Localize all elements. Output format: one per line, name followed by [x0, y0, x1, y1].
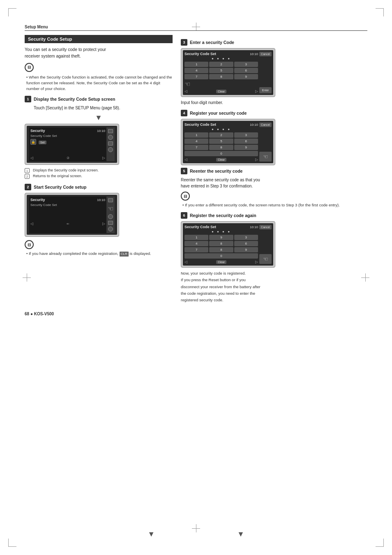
key-6-9[interactable]: 9: [234, 247, 258, 252]
security-icon: 🔒: [30, 139, 36, 145]
sidebar-icon-7: [108, 221, 113, 225]
screen-title-2: Security: [30, 198, 45, 202]
enter-button-4[interactable]: ☜: [259, 152, 272, 162]
volume-icon-3: ◁: [184, 89, 187, 93]
numpad-screen-title-4: Security Code Set: [184, 123, 216, 127]
bottom-arrow-left: ▼: [148, 530, 155, 539]
note-block-3: ⊟: [181, 192, 367, 201]
screen-time-2: 10:10: [97, 198, 105, 202]
sidebar-icon-4: [108, 147, 113, 152]
numpad-dots-6: ● ● ● ●: [184, 230, 258, 234]
volume-icon-4: ◁: [184, 157, 187, 162]
sidebar-icon-2: [108, 135, 113, 140]
step-3-desc: Input four-digit number.: [181, 99, 367, 106]
step-1-desc: Touch [Security] in the SETUP Menu (page…: [25, 105, 173, 111]
zero-row-6: 0: [184, 253, 258, 259]
touch-icon-3: ☜: [184, 80, 190, 88]
clear-button-4[interactable]: Clear: [216, 158, 226, 162]
key-4[interactable]: 4: [184, 68, 208, 73]
numpad-screen-time-6: 10:10: [250, 225, 258, 229]
annotation-2: 2 Returns to the original screen.: [25, 174, 173, 179]
bottom-arrows: ▼ ▼: [148, 530, 244, 539]
step-5-header: 5 Reenter the security code: [181, 168, 367, 174]
note-block-2: ⊟: [25, 240, 173, 249]
enter-touch-icon-4: ☜: [263, 153, 268, 160]
key-6-8[interactable]: 8: [209, 247, 233, 252]
clr-badge: CLR: [120, 252, 129, 257]
numpad-screen-title-3: Security Code Set: [184, 52, 216, 56]
clear-button-3[interactable]: Clear: [216, 90, 226, 93]
key-8[interactable]: 8: [209, 74, 233, 79]
left-column: Security Code Setup You can set a securi…: [25, 35, 173, 303]
key-6-7[interactable]: 7: [184, 247, 208, 252]
key-4-9[interactable]: 9: [234, 145, 258, 150]
key-4-0[interactable]: 0: [184, 151, 258, 156]
annotation-1: 1 Displays the Security code input scree…: [25, 168, 173, 173]
enter-button-6[interactable]: ☜: [259, 254, 272, 264]
zero-row-4: 0: [184, 151, 258, 156]
screen-title-1: Security: [30, 129, 45, 133]
key-4-2[interactable]: 2: [209, 132, 233, 138]
final-note: Now, your security code is registered. I…: [181, 270, 367, 303]
crop-mark-bl: [8, 539, 16, 547]
key-9[interactable]: 9: [234, 74, 258, 79]
crop-mark-br: [376, 539, 384, 547]
key-3[interactable]: 3: [234, 62, 258, 67]
numpad-screen-4: Security Code Set 10:10 ● ● ● ● 1 2 3 4 …: [181, 119, 275, 165]
set-button[interactable]: Set: [39, 141, 46, 144]
cancel-button-6[interactable]: Cancel: [259, 225, 272, 229]
key-4-1[interactable]: 1: [184, 132, 208, 138]
key-6-5[interactable]: 8: [209, 241, 233, 246]
step-6-num: 6: [181, 212, 187, 219]
key-4-7[interactable]: 7: [184, 145, 208, 150]
right-column: 3 Enter a security Code Security Code Se…: [181, 35, 367, 303]
step-5-desc: Reenter the same security code as that y…: [181, 177, 367, 189]
note-icon-3: ⊟: [181, 192, 190, 201]
key-4-4[interactable]: 4: [184, 139, 208, 144]
nav-icon-2: ▷: [102, 222, 105, 226]
cancel-button-3[interactable]: Cancel: [259, 52, 272, 56]
clear-button-6[interactable]: Clear: [216, 260, 226, 264]
key-6-1[interactable]: 1: [184, 235, 208, 240]
step-3-header: 3 Enter a security Code: [181, 39, 367, 46]
numpad-screen-time-3: 10:10: [250, 52, 258, 56]
nav-icon-3: ▷: [255, 89, 258, 93]
step-2-header: 2 Start Security Code setup: [25, 184, 173, 190]
screen-mockup-1: Security 10:10 Security Code Set 🔒 Set ◁: [25, 124, 119, 165]
key-4-5[interactable]: 5: [209, 139, 233, 144]
key-1[interactable]: 1: [184, 62, 208, 67]
numpad-dots-4: ● ● ● ●: [184, 127, 258, 131]
note-icon-1: ⊟: [25, 63, 34, 72]
key-6-3[interactable]: 3: [234, 235, 258, 240]
cancel-button-4[interactable]: Cancel: [259, 123, 272, 127]
enter-touch-icon-6: ☜: [263, 256, 268, 262]
numpad-screen-title-6: Security Code Set: [184, 225, 216, 229]
numpad-grid-3: 1 2 3 4 5 6 7 8 9: [184, 62, 258, 79]
key-4-3[interactable]: 3: [234, 132, 258, 138]
key-4-8[interactable]: 8: [209, 145, 233, 150]
nav-icon-1: ▷: [102, 156, 105, 160]
numpad-screen-time-4: 10:10: [250, 123, 258, 127]
sidebar-icon-6: [108, 214, 113, 219]
key-5[interactable]: 5: [209, 68, 233, 73]
nav-icon-4: ▷: [255, 157, 258, 162]
screen-subtitle-2: Security Code Set: [30, 203, 105, 207]
key-6-4[interactable]: 4: [184, 241, 208, 246]
step-1-title: Display the Security Code Setup screen: [34, 97, 115, 102]
numpad-dots-3: ● ● ● ●: [184, 57, 258, 60]
sidebar-icon-1: [108, 129, 113, 133]
key-6[interactable]: 6: [234, 68, 258, 73]
key-6-2[interactable]: 9: [209, 235, 233, 240]
step-3-num: 3: [181, 39, 187, 46]
key-6-0[interactable]: 0: [184, 253, 258, 259]
enter-button-3[interactable]: Enter: [259, 87, 272, 93]
key-2[interactable]: 2: [209, 62, 233, 67]
intro-text: You can set a security code to protect y…: [25, 46, 173, 60]
key-6-6[interactable]: 6: [234, 241, 258, 246]
numpad-screen-6: Security Code Set 10:10 ● ● ● ● 1 9 3 4 …: [181, 221, 275, 268]
key-7[interactable]: 7: [184, 74, 208, 79]
step-6-title: Register the security code again: [190, 213, 256, 218]
numpad-screen-3: Security Code Set 10:10 ● ● ● ● 1 2 3 4 …: [181, 48, 275, 97]
numpad-grid-6: 1 9 3 4 8 6 7 8 9: [184, 235, 258, 252]
key-4-6[interactable]: 6: [234, 139, 258, 144]
